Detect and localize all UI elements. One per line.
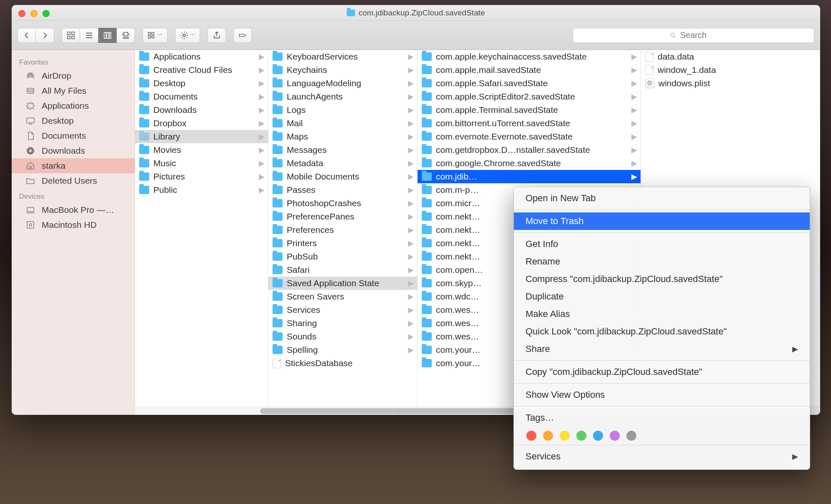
arrange-button[interactable]: ﹀ (143, 28, 168, 43)
menu-item[interactable]: Compress "com.jdibackup.ZipCloud.savedSt… (514, 270, 810, 288)
file-row[interactable]: com.evernote.Evernote.savedState▶ (418, 130, 641, 143)
tag-color[interactable] (526, 431, 536, 441)
tags-button[interactable] (233, 28, 252, 43)
file-row[interactable]: LanguageModeling▶ (268, 77, 417, 90)
file-row[interactable]: windows.plist (641, 77, 820, 90)
sidebar-item-airdrop[interactable]: AirDrop (12, 68, 135, 83)
sidebar-item-documents[interactable]: Documents (12, 128, 135, 143)
disclosure-arrow-icon: ▶ (405, 212, 414, 221)
column-1[interactable]: Applications▶Creative Cloud Files▶Deskto… (135, 50, 268, 415)
file-row[interactable]: Maps▶ (268, 130, 417, 143)
file-row[interactable]: PreferencePanes▶ (268, 210, 417, 223)
sidebar-item-desktop[interactable]: Desktop (12, 113, 135, 128)
sidebar-item-downloads[interactable]: Downloads (12, 143, 135, 158)
file-row[interactable]: Printers▶ (268, 237, 417, 250)
file-row[interactable]: PubSub▶ (268, 250, 417, 263)
file-row[interactable]: Library▶ (135, 130, 268, 143)
file-row[interactable]: Saved Application State▶ (268, 277, 417, 290)
back-button[interactable] (18, 28, 36, 43)
file-row[interactable]: StickiesDatabase (268, 357, 417, 370)
file-row[interactable]: Movies▶ (135, 143, 268, 157)
file-row[interactable]: window_1.data (641, 63, 820, 77)
menu-item[interactable]: Tags… (514, 409, 810, 427)
menu-item[interactable]: Make Alias (514, 305, 810, 323)
menu-item[interactable]: Rename (514, 253, 810, 270)
nav-buttons (18, 28, 54, 43)
sidebar-item-starka[interactable]: starka (12, 158, 135, 173)
file-row[interactable]: com.jdib…▶ (418, 170, 641, 183)
menu-item[interactable]: Open in New Tab (514, 190, 810, 207)
file-row[interactable]: Mobile Documents▶ (268, 170, 417, 183)
file-row[interactable]: Music▶ (135, 157, 268, 170)
file-row[interactable]: Screen Savers▶ (268, 290, 417, 303)
file-row[interactable]: Public▶ (135, 183, 268, 197)
file-row[interactable]: Spelling▶ (268, 343, 417, 357)
folder-icon (422, 346, 432, 354)
file-row[interactable]: Creative Cloud Files▶ (135, 63, 268, 77)
tag-color[interactable] (610, 431, 620, 441)
tag-color[interactable] (593, 431, 603, 441)
action-button[interactable]: ﹀ (175, 28, 200, 43)
menu-item[interactable]: Duplicate (514, 288, 810, 305)
column-resize-handle[interactable]: || (396, 408, 400, 414)
sidebar-item-all-my-files[interactable]: All My Files (12, 83, 135, 98)
sidebar-item-macintosh-hd[interactable]: Macintosh HD (12, 217, 135, 232)
forward-button[interactable] (36, 28, 54, 43)
search-input[interactable] (680, 30, 718, 40)
menu-item[interactable]: Quick Look "com.jdibackup.ZipCloud.saved… (514, 323, 810, 340)
menu-item-services[interactable]: Services▶ (514, 448, 810, 465)
file-row[interactable]: LaunchAgents▶ (268, 90, 417, 103)
file-row[interactable]: com.google.Chrome.savedState▶ (418, 157, 641, 170)
file-row[interactable]: Desktop▶ (135, 77, 268, 90)
menu-item[interactable]: Get Info (514, 235, 810, 253)
file-row[interactable]: com.apple.mail.savedState▶ (418, 63, 641, 77)
zoom-window-button[interactable] (43, 10, 50, 17)
file-row[interactable]: Services▶ (268, 303, 417, 317)
file-row[interactable]: com.apple.Safari.savedState▶ (418, 77, 641, 90)
file-row[interactable]: Sharing▶ (268, 317, 417, 330)
menu-item[interactable]: Move to Trash (514, 212, 810, 230)
file-row[interactable]: PhotoshopCrashes▶ (268, 197, 417, 210)
sidebar-item-deleted-users[interactable]: Deleted Users (12, 173, 135, 188)
file-row[interactable]: KeyboardServices▶ (268, 50, 417, 63)
tag-color[interactable] (543, 431, 553, 441)
file-row[interactable]: Downloads▶ (135, 103, 268, 117)
close-window-button[interactable] (18, 10, 25, 17)
file-row[interactable]: Pictures▶ (135, 170, 268, 183)
tag-color[interactable] (560, 431, 570, 441)
tag-color[interactable] (626, 431, 636, 441)
sidebar-item-macbook-pro-[interactable]: MacBook Pro —… (12, 202, 135, 217)
view-list-button[interactable] (80, 28, 98, 43)
file-row[interactable]: Logs▶ (268, 103, 417, 117)
sidebar-item-applications[interactable]: Applications (12, 98, 135, 113)
view-icons-button[interactable] (62, 28, 80, 43)
view-columns-button[interactable] (98, 28, 117, 43)
column-2[interactable]: KeyboardServices▶Keychains▶LanguageModel… (268, 50, 418, 415)
file-row[interactable]: com.getdropbox.D…nstaller.savedState▶ (418, 143, 641, 157)
file-row[interactable]: com.apple.ScriptEditor2.savedState▶ (418, 90, 641, 103)
tag-color[interactable] (576, 431, 586, 441)
file-row[interactable]: com.bittorrent.uTorrent.savedState▶ (418, 117, 641, 130)
search-field[interactable] (573, 28, 814, 43)
menu-item[interactable]: Share▶ (514, 340, 810, 358)
disclosure-arrow-icon: ▶ (405, 119, 414, 128)
file-row[interactable]: com.apple.Terminal.savedState▶ (418, 103, 641, 117)
minimize-window-button[interactable] (30, 10, 38, 17)
file-row[interactable]: Mail▶ (268, 117, 417, 130)
file-row[interactable]: Metadata▶ (268, 157, 417, 170)
file-row[interactable]: Passes▶ (268, 183, 417, 197)
file-row[interactable]: Sounds▶ (268, 330, 417, 343)
file-row[interactable]: Documents▶ (135, 90, 268, 103)
view-coverflow-button[interactable] (117, 28, 135, 43)
file-row[interactable]: data.data (641, 50, 820, 63)
menu-item[interactable]: Show View Options (514, 386, 810, 404)
file-row[interactable]: com.apple.keychainaccess.savedState▶ (418, 50, 641, 63)
file-row[interactable]: Safari▶ (268, 263, 417, 277)
menu-item[interactable]: Copy "com.jdibackup.ZipCloud.savedState" (514, 363, 810, 381)
file-row[interactable]: Applications▶ (135, 50, 268, 63)
file-row[interactable]: Messages▶ (268, 143, 417, 157)
file-row[interactable]: Keychains▶ (268, 63, 417, 77)
file-row[interactable]: Dropbox▶ (135, 117, 268, 130)
file-row[interactable]: Preferences▶ (268, 223, 417, 237)
share-button[interactable] (208, 28, 226, 43)
